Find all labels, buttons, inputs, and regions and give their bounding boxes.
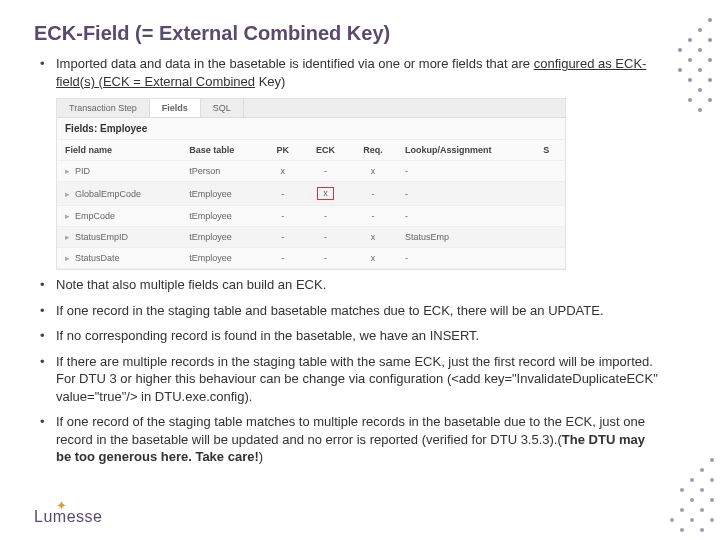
svg-point-19 — [710, 518, 714, 522]
svg-point-28 — [680, 508, 684, 512]
screenshot-heading: Fields: Employee — [57, 118, 565, 140]
screenshot-tab: Transaction Step — [57, 99, 150, 117]
bullet-item: If one record of the staging table match… — [34, 413, 660, 466]
svg-point-20 — [700, 468, 704, 472]
brand-logo: ✦ Lumesse — [34, 508, 102, 526]
screenshot-tab: SQL — [201, 99, 244, 117]
fields-screenshot: Transaction StepFieldsSQLFields: Employe… — [56, 98, 566, 270]
svg-point-29 — [680, 528, 684, 532]
table-row: ▸GlobalEmpCodetEmployee-x-- — [57, 182, 565, 206]
bullet-list: Imported data and data in the basetable … — [34, 55, 660, 466]
svg-point-18 — [710, 498, 714, 502]
table-row: ▸StatusEmpIDtEmployee--xStatusEmp — [57, 227, 565, 248]
svg-point-25 — [690, 498, 694, 502]
slide-title: ECK-Field (= External Combined Key) — [34, 22, 660, 45]
eck-highlight: x — [317, 187, 334, 200]
table-row: ▸StatusDatetEmployee--x- — [57, 248, 565, 269]
table-row: ▸EmpCodetEmployee---- — [57, 206, 565, 227]
bullet-item: If one record in the staging table and b… — [34, 302, 660, 320]
svg-point-26 — [690, 518, 694, 522]
bullet-item: If there are multiple records in the sta… — [34, 353, 660, 406]
svg-point-23 — [700, 528, 704, 532]
svg-point-27 — [680, 488, 684, 492]
bullet-item: Note that also multiple fields can build… — [34, 276, 660, 294]
sparkle-icon: ✦ — [56, 498, 68, 513]
table-row: ▸PIDtPersonx-x- — [57, 161, 565, 182]
svg-point-22 — [700, 508, 704, 512]
screenshot-tab: Fields — [150, 99, 201, 117]
fields-table: Field nameBase tablePKECKReq.Lookup/Assi… — [57, 140, 565, 269]
bullet-item: If no corresponding record is found in t… — [34, 327, 660, 345]
svg-point-17 — [710, 478, 714, 482]
svg-point-30 — [670, 518, 674, 522]
svg-point-21 — [700, 488, 704, 492]
bullet-item: Imported data and data in the basetable … — [34, 55, 660, 90]
svg-point-24 — [690, 478, 694, 482]
